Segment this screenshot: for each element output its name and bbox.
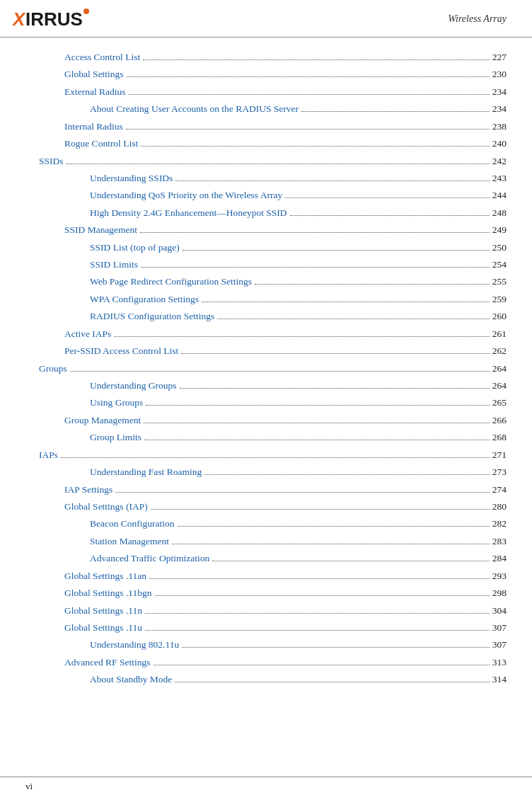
- toc-dots: [144, 423, 489, 423]
- toc-dots: [129, 94, 490, 95]
- toc-entry[interactable]: Understanding Fast Roaming273: [39, 465, 507, 480]
- toc-dots: [175, 181, 489, 181]
- toc-entry-page: 304: [492, 604, 507, 619]
- toc-dots: [114, 336, 489, 337]
- toc-entry-label: SSID List (top of page): [90, 241, 180, 256]
- toc-entry-label: Internal Radius: [64, 120, 123, 134]
- toc-dots: [172, 544, 490, 544]
- toc-entry[interactable]: Group Limits268: [39, 430, 507, 445]
- toc-entry-label: Advanced Traffic Optimization: [90, 551, 209, 566]
- toc-entry[interactable]: Beacon Configuration282: [39, 517, 507, 532]
- toc-entry-label: Understanding 802.11u: [90, 638, 179, 653]
- toc-entry-page: 264: [492, 362, 507, 377]
- toc-entry[interactable]: Using Groups265: [39, 396, 507, 411]
- toc-dots: [143, 59, 490, 60]
- toc-entry-label: Access Control List: [64, 50, 140, 65]
- toc-dots: [141, 146, 490, 147]
- toc-entry[interactable]: Advanced RF Settings313: [39, 655, 507, 670]
- toc-dots: [178, 526, 490, 527]
- toc-entry[interactable]: RADIUS Configuration Settings260: [39, 309, 507, 324]
- toc-entry-label: RADIUS Configuration Settings: [90, 309, 214, 324]
- toc-entry[interactable]: SSID Limits254: [39, 258, 507, 273]
- toc-dots: [115, 492, 490, 493]
- toc-entry[interactable]: Active IAPs261: [39, 327, 507, 342]
- toc-entry-page: 230: [492, 67, 507, 82]
- toc-entry-page: 274: [492, 483, 507, 498]
- toc-entry-label: SSID Management: [64, 223, 137, 238]
- toc-entry-page: 284: [492, 551, 507, 566]
- toc-entry-label: Global Settings (IAP): [64, 500, 148, 515]
- toc-entry-label: Global Settings .11bgn: [64, 586, 152, 601]
- toc-entry[interactable]: Global Settings .11u307: [39, 621, 507, 636]
- toc-entry[interactable]: About Creating User Accounts on the RADI…: [39, 102, 507, 117]
- svg-text:IRRUS: IRRUS: [25, 8, 83, 30]
- toc-entry-label: SSID Limits: [90, 258, 138, 273]
- toc-entry-label: About Standby Mode: [90, 672, 172, 687]
- toc-dots: [180, 388, 490, 389]
- toc-dots: [140, 232, 490, 233]
- toc-entry-label: Advanced RF Settings: [64, 655, 151, 670]
- toc-entry[interactable]: Rogue Control List240: [39, 137, 507, 151]
- toc-entry-page: 273: [492, 465, 507, 480]
- toc-entry[interactable]: Understanding Groups264: [39, 379, 507, 394]
- toc-entry[interactable]: Global Settings (IAP)280: [39, 500, 507, 515]
- toc-entry-page: 271: [492, 448, 507, 463]
- toc-entry-label: About Creating User Accounts on the RADI…: [90, 102, 299, 117]
- toc-dots: [144, 440, 490, 440]
- toc-entry[interactable]: Global Settings .11an293: [39, 569, 507, 584]
- toc-entry-label: Understanding QoS Priority on the Wirele…: [90, 188, 282, 203]
- toc-entry[interactable]: Understanding SSIDs243: [39, 171, 507, 186]
- toc-entry[interactable]: Global Settings .11bgn298: [39, 586, 507, 601]
- toc-entry[interactable]: Understanding QoS Priority on the Wirele…: [39, 188, 507, 203]
- toc-entry[interactable]: IAPs271: [39, 448, 507, 463]
- toc-entry-label: Using Groups: [90, 396, 143, 411]
- toc-entry[interactable]: Global Settings .11n304: [39, 604, 507, 619]
- toc-entry-page: 266: [492, 413, 507, 428]
- toc-dots: [290, 215, 490, 216]
- toc-entry-page: 249: [492, 223, 507, 238]
- toc-entry[interactable]: Web Page Redirect Configuration Settings…: [39, 275, 507, 290]
- toc-entry[interactable]: WPA Configuration Settings259: [39, 292, 507, 307]
- toc-dots: [146, 405, 489, 406]
- toc-dots: [151, 509, 490, 510]
- toc-entry-label: Web Page Redirect Configuration Settings: [90, 275, 252, 290]
- svg-point-2: [83, 8, 89, 14]
- toc-entry-label: Understanding SSIDs: [90, 171, 173, 186]
- toc-entry[interactable]: Access Control List227: [39, 50, 507, 65]
- toc-entry[interactable]: High Density 2.4G Enhancement—Honeypot S…: [39, 206, 507, 221]
- toc-entry-label: External Radius: [64, 85, 126, 100]
- toc-entry-label: Station Management: [90, 534, 169, 549]
- toc-entry[interactable]: Groups264: [39, 362, 507, 377]
- toc-entry-page: 254: [492, 258, 507, 273]
- toc-dots: [155, 595, 490, 596]
- logo: X IRRUS: [13, 7, 91, 31]
- toc-entry[interactable]: SSID List (top of page)250: [39, 241, 507, 256]
- toc-entry[interactable]: Station Management283: [39, 534, 507, 549]
- toc-entry[interactable]: Internal Radius238: [39, 120, 507, 134]
- toc-entry[interactable]: SSID Management249: [39, 223, 507, 238]
- toc-entry-page: 261: [492, 327, 507, 342]
- toc-entry-page: 264: [492, 379, 507, 394]
- toc-entry-page: 250: [492, 241, 507, 256]
- toc-entry-page: 298: [492, 586, 507, 601]
- toc-entry[interactable]: Group Management266: [39, 413, 507, 428]
- toc-entry-page: 283: [492, 534, 507, 549]
- toc-entry[interactable]: Understanding 802.11u307: [39, 638, 507, 653]
- toc-dots: [212, 561, 490, 561]
- toc-entry[interactable]: Global Settings230: [39, 67, 507, 82]
- toc-dots: [66, 164, 490, 164]
- toc-entry[interactable]: Advanced Traffic Optimization284: [39, 551, 507, 566]
- toc-dots: [183, 250, 490, 251]
- toc-entry[interactable]: About Standby Mode314: [39, 672, 507, 687]
- toc-entry[interactable]: External Radius234: [39, 85, 507, 100]
- toc-dots: [255, 284, 490, 285]
- toc-entry-page: 282: [492, 517, 507, 532]
- toc-entry[interactable]: SSIDs242: [39, 154, 507, 169]
- toc-entry[interactable]: Per-SSID Access Control List262: [39, 344, 507, 359]
- toc-entry-label: Global Settings: [64, 67, 124, 82]
- header-title: Wireless Array: [448, 13, 507, 25]
- toc-entry-page: 234: [492, 85, 507, 100]
- toc-dots: [175, 682, 490, 682]
- toc-entry-label: Per-SSID Access Control List: [64, 344, 178, 359]
- toc-entry[interactable]: IAP Settings274: [39, 483, 507, 498]
